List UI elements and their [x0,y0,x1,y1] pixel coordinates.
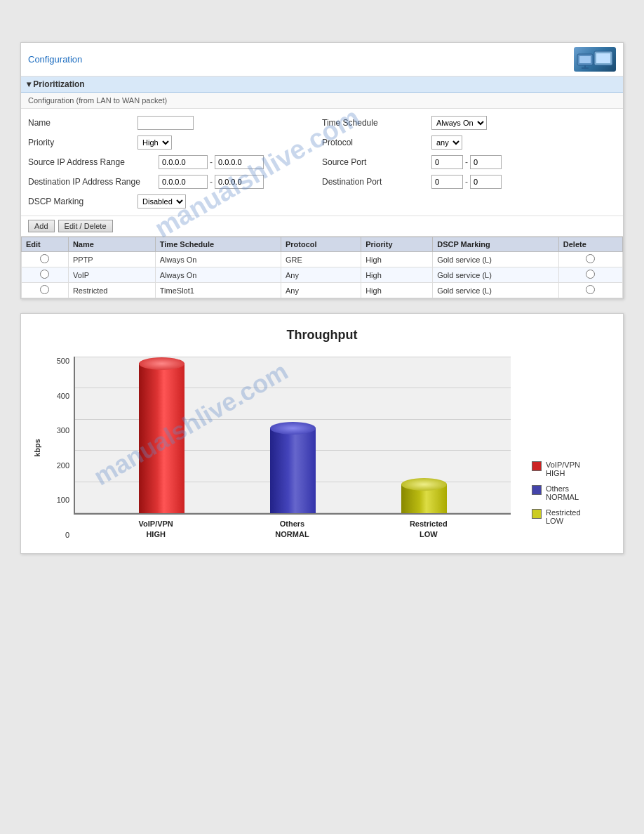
dest-port-separator: - [465,177,468,187]
source-ip-to[interactable] [215,155,264,169]
svg-rect-3 [596,53,610,63]
row-protocol-pptp: GRE [281,252,361,267]
dest-port-to[interactable] [470,175,502,189]
bar-restricted [401,357,447,513]
y-label-100: 100 [57,496,69,504]
dest-port-label: Destination Port [322,177,427,187]
y-axis-unit: kbps [33,439,41,457]
svg-rect-1 [579,56,591,63]
delete-radio-restricted[interactable] [558,283,622,298]
delete-radio-pptp[interactable] [558,252,622,267]
delete-radio-voip[interactable] [558,267,622,283]
chart-panel: manualshlive.com Throughput kbps 500 400… [20,313,624,554]
table-row: VoIP Always On Any High Gold service (L) [22,267,623,283]
col-edit: Edit [22,237,69,252]
row-priority-pptp: High [361,252,433,267]
config-panel: manualshlive.com Configuration ▾ Priorit… [20,42,624,299]
bar-others-shape [270,422,316,513]
protocol-select[interactable]: any [431,135,462,150]
col-protocol: Protocol [281,237,361,252]
table-row: PPTP Always On GRE High Gold service (L) [22,252,623,267]
source-ip-separator: - [210,157,213,167]
source-port-from[interactable] [431,155,463,169]
legend-label-blue: OthersNORMAL [546,484,579,501]
legend-blue: OthersNORMAL [532,484,602,501]
priority-label: Priority [28,138,133,147]
col-time-schedule: Time Schedule [155,237,281,252]
legend-color-blue [532,485,542,495]
protocol-row: Protocol any [322,133,616,152]
chart-with-yaxis: kbps 500 400 300 200 100 0 [35,357,511,539]
legend-yellow: RestrictedLOW [532,508,602,525]
legend-label-yellow: RestrictedLOW [546,508,581,525]
y-label-300: 300 [57,426,69,435]
row-priority-voip: High [361,267,433,283]
time-schedule-row: Time Schedule Always On [322,113,616,133]
priority-row: Priority High [28,133,322,152]
source-port-row: Source Port - [322,152,616,172]
source-port-separator: - [465,157,468,167]
time-schedule-label: Time Schedule [322,118,427,128]
row-protocol-voip: Any [281,267,361,283]
edit-radio-restricted[interactable] [22,283,69,298]
dest-ip-separator: - [210,177,213,187]
add-button[interactable]: Add [28,220,55,232]
dest-ip-row: Destination IP Address Range - [28,172,322,192]
x-label-restricted: RestrictedLOW [404,519,453,539]
config-header: Configuration [21,43,623,77]
protocol-label: Protocol [322,138,427,147]
row-dscp-restricted: Gold service (L) [433,283,559,298]
dscp-select[interactable]: Disabled [137,194,186,208]
name-label: Name [28,118,133,128]
bar-voipvpn-shape [139,357,185,513]
bar-others-body [270,428,316,513]
row-name-voip: VoIP [68,267,155,283]
bars-container [75,357,511,513]
edit-radio-voip[interactable] [22,267,69,283]
row-dscp-voip: Gold service (L) [433,267,559,283]
edit-radio-pptp[interactable] [22,252,69,267]
y-label-0: 0 [65,531,69,539]
dest-ip-from[interactable] [159,175,208,189]
source-port-to[interactable] [470,155,502,169]
y-axis-column: kbps 500 400 300 200 100 0 [35,357,74,539]
section-title-bar: ▾ Prioritization [21,77,623,93]
source-ip-range: - [159,155,264,169]
dest-port-from[interactable] [431,175,463,189]
dest-ip-label: Destination IP Address Range [28,177,154,187]
dest-ip-to[interactable] [215,175,264,189]
dest-ip-range: - [159,175,264,189]
bar-voipvpn [139,357,185,513]
source-ip-label: Source IP Address Range [28,157,154,167]
x-label-voipvpn: VoIP/VPNHIGH [131,519,180,539]
x-labels: VoIP/VPNHIGH OthersNORMAL RestrictedLOW [74,515,511,539]
row-schedule-voip: Always On [155,267,281,283]
col-priority: Priority [361,237,433,252]
row-dscp-pptp: Gold service (L) [433,252,559,267]
priority-select[interactable]: High [137,135,172,150]
legend-red: VoIP/VPNHIGH [532,461,602,477]
bar-others [270,357,316,513]
page-wrapper: manualshlive.com Configuration ▾ Priorit… [20,14,624,554]
name-row: Name [28,113,322,133]
y-label-500: 500 [57,357,69,365]
row-protocol-restricted: Any [281,283,361,298]
config-table: Edit Name Time Schedule Protocol Priorit… [21,237,623,298]
section-subtitle: Configuration (from LAN to WAN packet) [21,93,623,109]
button-row: Add Edit / Delete [21,216,623,237]
row-name-restricted: Restricted [68,283,155,298]
chart-area: kbps 500 400 300 200 100 0 [35,357,609,539]
legend-label-red: VoIP/VPNHIGH [546,461,580,477]
plot-wrapper: VoIP/VPNHIGH OthersNORMAL RestrictedLOW [74,357,511,539]
time-schedule-select[interactable]: Always On [431,116,487,130]
name-input[interactable] [137,116,194,130]
config-form: Name Time Schedule Always On Priority Hi… [21,109,623,216]
y-label-400: 400 [57,392,69,400]
dest-port-row: Destination Port - [322,172,616,192]
col-dscp: DSCP Marking [433,237,559,252]
dscp-row: DSCP Marking Disabled [28,192,322,211]
dscp-label: DSCP Marking [28,197,133,206]
edit-delete-button[interactable]: Edit / Delete [58,220,113,232]
source-port-range: - [431,155,502,169]
source-ip-from[interactable] [159,155,208,169]
